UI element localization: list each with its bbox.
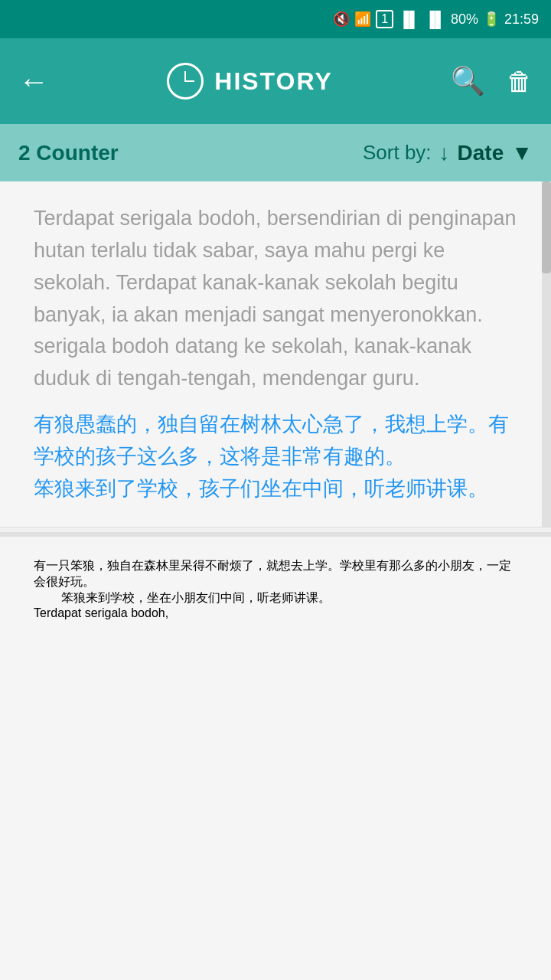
delete-button[interactable]: 🗑 [507,67,533,96]
signal-icon: ▐▌ [398,11,419,28]
sort-field-label: Date [458,141,504,165]
wifi-icon: 📶 [354,11,371,28]
clock-icon [167,63,204,100]
toolbar-left: ← [18,64,49,99]
status-bar: 🔇 📶 1 ▐▌ ▐▌ 80% 🔋 21:59 [0,0,551,38]
link-text-2[interactable]: Terdapat serigala bodoh, [34,606,517,620]
signal2-icon: ▐▌ [425,11,446,28]
chinese-gray-text-2: 有一只笨狼，独自在森林里呆得不耐烦了，就想去上学。学校里有那么多的小朋友，一定会… [34,558,517,606]
content-area: Terdapat serigala bodoh, bersendirian di… [0,181,551,642]
history-card-2: 有一只笨狼，独自在森林里呆得不耐烦了，就想去上学。学校里有那么多的小朋友，一定会… [0,537,551,642]
counter-label: 2 Counter [18,141,119,165]
scrollbar-track[interactable] [542,181,551,528]
sort-controls[interactable]: Sort by: ↓ Date ▼ [363,141,533,165]
toolbar-title: HISTORY [214,67,332,96]
malay-text-1: Terdapat serigala bodoh, bersendirian di… [34,203,517,395]
battery-text: 80% [451,11,478,28]
mute-icon: 🔇 [333,11,350,28]
history-card-1: Terdapat serigala bodoh, bersendirian di… [0,181,551,528]
toolbar: ← HISTORY 🔍 🗑 [0,38,551,124]
chinese-text-1: 有狼愚蠢的，独自留在树林太心急了，我想上学。有学校的孩子这么多，这将是非常有趣的… [34,409,517,505]
search-button[interactable]: 🔍 [451,65,485,97]
sort-direction-icon: ↓ [439,141,450,165]
sim-badge: 1 [376,10,393,28]
sort-prefix: Sort by: [363,141,432,165]
dropdown-arrow-icon[interactable]: ▼ [511,141,533,165]
toolbar-right: 🔍 🗑 [451,65,533,97]
scrollbar-thumb[interactable] [542,181,551,273]
toolbar-center: HISTORY [167,63,332,100]
status-icons: 🔇 📶 1 ▐▌ ▐▌ 80% 🔋 21:59 [333,10,539,28]
time-display: 21:59 [504,11,539,28]
back-button[interactable]: ← [18,64,49,99]
filter-bar: 2 Counter Sort by: ↓ Date ▼ [0,124,551,181]
history-entry-1: Terdapat serigala bodoh, bersendirian di… [0,181,551,528]
battery-icon: 🔋 [483,11,500,28]
